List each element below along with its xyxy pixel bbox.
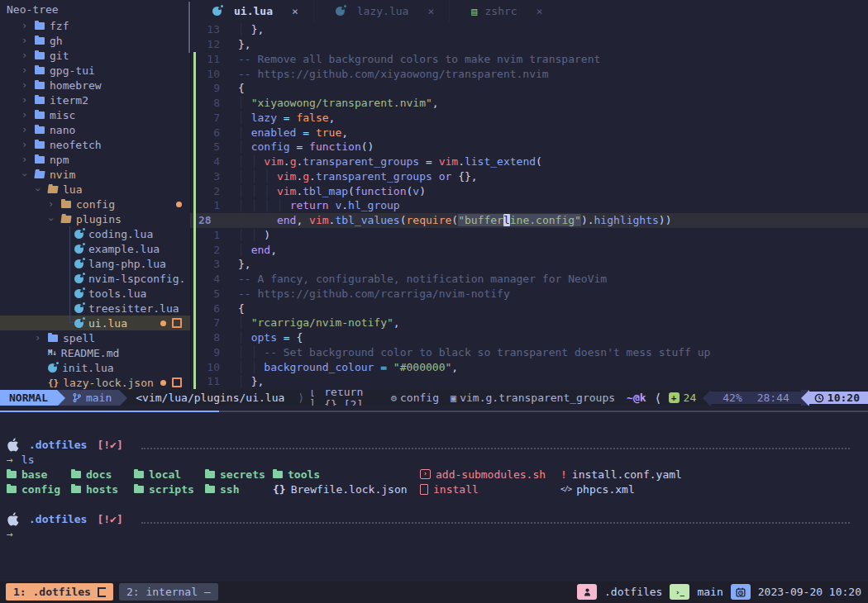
tree-item-readme-md[interactable]: M↓README.md xyxy=(0,345,190,360)
tree-item-example-lua[interactable]: example.lua xyxy=(0,241,190,256)
command-line[interactable]: → xyxy=(0,526,868,541)
tree-item-spell[interactable]: ›spell xyxy=(0,330,190,345)
code-line[interactable]: 9│ │ -- Set background color to black so… xyxy=(190,345,868,360)
editor-buffer[interactable]: 13│ },12},11-- Remove all background col… xyxy=(190,22,868,390)
breadcrumb-separator-icon: ⟩ xyxy=(298,392,304,404)
chevron-down-icon[interactable]: › xyxy=(46,216,56,223)
tree-item-nvim-lspconfig-[interactable]: nvim-lspconfig. xyxy=(0,271,190,286)
lua-icon xyxy=(336,7,345,16)
code-line[interactable]: 8│ opts = { xyxy=(190,330,868,345)
tmux-window-1-dotfiles[interactable]: 1: .dotfiles xyxy=(6,583,113,601)
tree-item-fzf[interactable]: ›fzf xyxy=(0,18,190,33)
chevron-right-icon[interactable]: › xyxy=(21,95,28,105)
tmux-status-right: .dotfiles ›_ main 2023-09-20 10:20 xyxy=(577,584,861,600)
tree-item-tools-lua[interactable]: tools.lua xyxy=(0,286,190,301)
ls-entry-config: config xyxy=(7,483,60,496)
code-line[interactable]: 3│ │ │ vim.g.transparent_groups or {}, xyxy=(190,169,868,184)
gitsign-added xyxy=(190,140,198,154)
tree-item-ui-lua[interactable]: ui.lua xyxy=(0,316,190,330)
code-line[interactable]: 10│ │ background_colour = "#000000", xyxy=(190,359,868,374)
tree-item-lang-php-lua[interactable]: lang-php.lua xyxy=(0,256,190,271)
tab-label: ui.lua xyxy=(234,5,273,17)
chevron-right-icon[interactable]: › xyxy=(21,110,28,120)
tree-item-iterm2[interactable]: ›iterm2 xyxy=(0,93,190,107)
code-line[interactable]: 5│ config = function() xyxy=(190,140,868,154)
tree-item-misc[interactable]: ›misc xyxy=(0,107,190,122)
code-line[interactable]: 11│ }, xyxy=(190,374,868,389)
tree-item-git[interactable]: ›git xyxy=(0,48,190,63)
chevron-down-icon[interactable]: › xyxy=(20,172,30,178)
tree-item-treesitter-lua[interactable]: treesitter.lua xyxy=(0,301,190,316)
ls-entry-tools: tools xyxy=(273,468,320,481)
code-line[interactable]: 5-- https://github.com/rcarriga/nvim-not… xyxy=(190,287,868,302)
tree-item-coding-lua[interactable]: coding.lua xyxy=(0,226,190,241)
code-line[interactable]: 13│ }, xyxy=(190,22,868,37)
chevron-right-icon[interactable]: › xyxy=(21,125,28,135)
code-line[interactable]: 1│ │ │ │ return v.hl_group xyxy=(190,198,868,213)
chevron-right-icon[interactable]: › xyxy=(48,199,55,209)
tree-item-nano[interactable]: ›nano xyxy=(0,122,190,137)
chevron-right-icon[interactable]: › xyxy=(21,65,28,75)
code-line[interactable]: 6{ xyxy=(190,301,868,316)
terminal-prompt-icon: ›_ xyxy=(675,588,684,596)
close-icon[interactable]: × xyxy=(427,5,434,17)
tmux-pane-border[interactable] xyxy=(0,411,868,412)
code-line[interactable]: 4│ │ vim.g.transparent_groups = vim.list… xyxy=(190,154,868,169)
angle-separator-icon: ⟨ xyxy=(655,391,662,406)
code-text: { xyxy=(238,82,245,94)
tree-item-homebrew[interactable]: ›homebrew xyxy=(0,78,190,93)
chevron-right-icon[interactable]: › xyxy=(21,21,28,31)
tree-item-gpg-tui[interactable]: ›gpg-tui xyxy=(0,63,190,78)
prompt-dotted-leader xyxy=(141,514,850,524)
tmux-session-name: .dotfiles xyxy=(604,586,662,598)
tree-item-nvim[interactable]: ›nvim xyxy=(0,167,190,182)
code-line[interactable]: 1│ │ ) xyxy=(190,228,868,243)
shell-pane[interactable]: .dotfiles [!✔] v → ls basedocslocalsecre… xyxy=(0,413,868,581)
tab-lazy-lua[interactable]: lazy.lua × xyxy=(313,0,449,22)
chevron-right-icon[interactable]: › xyxy=(21,154,28,164)
tree-item-lazy-lock-json[interactable]: {}lazy-lock.json xyxy=(0,375,190,390)
chevron-right-icon[interactable]: › xyxy=(35,333,41,343)
folder-open-icon xyxy=(47,186,58,193)
shell-prompt: .dotfiles [!✔] v xyxy=(0,511,868,526)
chevron-right-icon[interactable]: › xyxy=(21,50,28,60)
chevron-down-icon[interactable]: › xyxy=(33,187,43,193)
ls-entry-install: install xyxy=(420,483,479,496)
code-line[interactable]: 9{ xyxy=(190,81,868,96)
code-line[interactable]: 7│ "rcarriga/nvim-notify", xyxy=(190,316,868,330)
tab-ui-lua[interactable]: ui.lua × xyxy=(191,0,313,22)
tmux-window-2-internal[interactable]: 2: internal– xyxy=(119,583,218,601)
code-text: │ │ -- Set background color to black so … xyxy=(238,346,710,358)
code-line[interactable]: 6│ enabled = true, xyxy=(190,125,868,140)
tab-zshrc[interactable]: ▤ zshrc × xyxy=(449,0,557,22)
tree-item-neofetch[interactable]: ›neofetch xyxy=(0,137,190,152)
code-line[interactable]: 2│ end, xyxy=(190,242,868,257)
code-line[interactable]: 2│ │ │ vim.tbl_map(function(v) xyxy=(190,183,868,198)
code-line[interactable]: 7│ lazy = false, xyxy=(190,111,868,126)
code-line[interactable]: 8│ "xiyaowong/transparent.nvim", xyxy=(190,96,868,111)
tree-item-lua[interactable]: ›lua xyxy=(0,182,190,197)
gitsign-empty xyxy=(190,22,198,37)
typed-command: ls xyxy=(21,453,35,466)
chevron-right-icon[interactable]: › xyxy=(21,140,28,150)
code-line[interactable]: 10-- https://github.com/xiyaowong/transp… xyxy=(190,66,868,81)
tree-item-config[interactable]: ›config xyxy=(0,197,190,211)
tree-item-init-lua[interactable]: init.lua xyxy=(0,360,190,375)
close-icon[interactable]: × xyxy=(537,5,543,17)
code-line[interactable]: 12}, xyxy=(190,37,868,52)
tree-item-gh[interactable]: ›gh xyxy=(0,33,190,48)
tree-item-plugins[interactable]: ›plugins xyxy=(0,211,190,226)
code-line[interactable]: 3}, xyxy=(190,257,868,272)
ls-entry-label: add-submodules.sh xyxy=(436,468,546,481)
tree-item-label: nvim-lspconfig. xyxy=(88,273,185,285)
code-line-current[interactable]: 28│ │ │ end, vim.tbl_values(require("buf… xyxy=(190,213,868,228)
chevron-right-icon[interactable]: › xyxy=(21,80,28,90)
chevron-right-icon[interactable]: › xyxy=(21,36,28,45)
folder-icon xyxy=(35,22,45,30)
code-line[interactable]: 4-- A fancy, configurable, notification … xyxy=(190,272,868,287)
folder-icon xyxy=(35,112,45,119)
close-icon[interactable]: × xyxy=(292,5,298,17)
line-number: 7 xyxy=(198,112,220,124)
code-line[interactable]: 11-- Remove all background colors to mak… xyxy=(190,52,868,67)
tree-item-npm[interactable]: ›npm xyxy=(0,152,190,167)
